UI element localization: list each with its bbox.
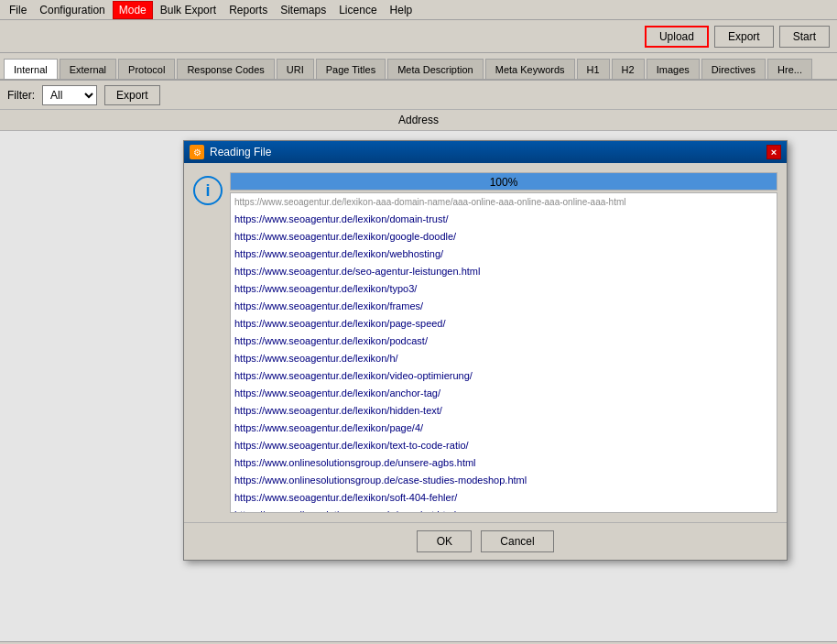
url-list-item: https://www.seoagentur.de/lexikon/google… — [231, 228, 777, 246]
content-area: ⚙ Reading File × i 100% h — [0, 131, 837, 641]
tab-h2[interactable]: H2 — [612, 59, 645, 79]
url-list-item: https://www.seoagentur.de/lexikon/podcas… — [231, 333, 777, 350]
url-list-item: https://www.seoagentur.de/lexikon/webhos… — [231, 246, 777, 263]
filter-label: Filter: — [7, 89, 35, 102]
reading-file-dialog: ⚙ Reading File × i 100% h — [183, 140, 788, 561]
url-list-item: https://www.seoagentur.de/lexikon/text-t… — [231, 437, 777, 454]
tab-page-titles[interactable]: Page Titles — [316, 59, 386, 79]
tab-response-codes[interactable]: Response Codes — [177, 59, 274, 79]
info-icon: i — [193, 176, 223, 205]
url-list-item: https://www.seoagentur.de/lexikon/frames… — [231, 298, 777, 315]
cancel-button[interactable]: Cancel — [481, 530, 553, 552]
filter-select[interactable]: All None — [42, 85, 97, 105]
tab-directives[interactable]: Directives — [701, 59, 766, 79]
menu-item-file[interactable]: File — [4, 2, 32, 18]
url-list-item: https://www.seoagentur.de/lexikon/anchor… — [231, 385, 777, 402]
url-list-item: https://www.seoagentur.de/lexikon/hidden… — [231, 402, 777, 420]
toolbar: Upload Export Start — [0, 20, 837, 53]
modal-overlay: ⚙ Reading File × i 100% h — [0, 131, 837, 641]
url-list[interactable]: https://www.seoagentur.de/lexikon-aaa-do… — [230, 192, 777, 513]
tab-uri[interactable]: URI — [277, 59, 314, 79]
modal-title: Reading File — [210, 146, 271, 158]
menu-bar: FileConfigurationModeBulk ExportReportsS… — [0, 0, 837, 20]
menu-item-mode[interactable]: Mode — [113, 1, 153, 19]
export-button[interactable]: Export — [714, 26, 774, 48]
modal-list-area: 100% https://www.seoagentur.de/lexikon-a… — [230, 172, 777, 513]
url-list-item: https://www.seoagentur.de/lexikon/h/ — [231, 350, 777, 367]
progress-bar: 100% — [230, 172, 777, 191]
url-list-item: https://www.onlinesolutionsgroup.de/case… — [231, 472, 777, 489]
tab-protocol[interactable]: Protocol — [118, 59, 175, 79]
menu-item-reports[interactable]: Reports — [223, 2, 273, 18]
progress-bar-text: 100% — [231, 173, 777, 191]
menu-item-help[interactable]: Help — [385, 2, 418, 18]
modal-footer: OK Cancel — [184, 522, 787, 560]
tab-meta-description[interactable]: Meta Description — [387, 59, 484, 79]
url-list-item: https://www.seoagentur.de/seo-agentur-le… — [231, 263, 777, 280]
menu-item-configuration[interactable]: Configuration — [34, 2, 110, 18]
url-list-item: https://www.seoagentur.de/lexikon-aaa-do… — [231, 193, 777, 211]
tab-internal[interactable]: Internal — [4, 59, 58, 79]
url-list-item: https://www.onlinesolutionsgroup.de/unse… — [231, 454, 777, 472]
ok-button[interactable]: OK — [417, 530, 472, 552]
url-list-item: https://www.seoagentur.de/lexikon/typo3/ — [231, 280, 777, 298]
url-list-item: https://www.seoagentur.de/lexikon/page/4… — [231, 420, 777, 437]
tab-hreflang[interactable]: Hre... — [767, 59, 812, 79]
menu-item-sitemaps[interactable]: Sitemaps — [275, 2, 332, 18]
modal-body: i 100% https://www.seoagentur.de/lexikon… — [184, 163, 787, 522]
address-header: Address — [0, 110, 837, 131]
modal-titlebar: ⚙ Reading File × — [184, 141, 787, 163]
url-list-item: https://www.seoagentur.de/lexikon/domain… — [231, 211, 777, 228]
modal-close-button[interactable]: × — [766, 145, 781, 159]
menu-item-licence[interactable]: Licence — [333, 2, 382, 18]
upload-button[interactable]: Upload — [645, 26, 709, 48]
modal-title-area: ⚙ Reading File — [190, 145, 271, 159]
url-list-item: https://www.onlinesolutionsgroup.de/ange… — [231, 507, 777, 513]
start-button[interactable]: Start — [779, 26, 830, 48]
url-list-item: https://www.seoagentur.de/lexikon/soft-4… — [231, 489, 777, 507]
tab-images[interactable]: Images — [647, 59, 700, 79]
tabs-container: InternalExternalProtocolResponse CodesUR… — [0, 53, 837, 81]
filter-export-button[interactable]: Export — [104, 85, 160, 105]
filter-bar: Filter: All None Export — [0, 81, 837, 110]
tab-external[interactable]: External — [60, 59, 116, 79]
tab-meta-keywords[interactable]: Meta Keywords — [485, 59, 575, 79]
tab-h1[interactable]: H1 — [577, 59, 610, 79]
menu-item-bulk-export[interactable]: Bulk Export — [155, 2, 222, 18]
url-list-item: https://www.seoagentur.de/lexikon/video-… — [231, 367, 777, 385]
url-list-item: https://www.seoagentur.de/lexikon/page-s… — [231, 315, 777, 333]
modal-app-icon: ⚙ — [190, 145, 204, 159]
